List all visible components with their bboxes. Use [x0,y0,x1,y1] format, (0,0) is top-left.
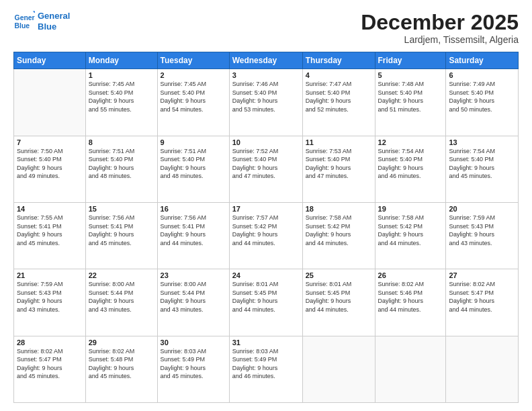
day-info: Sunrise: 7:50 AMSunset: 5:40 PMDaylight:… [17,147,83,181]
weekday-header: Thursday [302,52,375,69]
day-number: 1 [89,71,154,79]
day-number: 11 [306,138,372,146]
calendar-cell: 9Sunrise: 7:51 AMSunset: 5:40 PMDaylight… [157,136,229,202]
svg-text:General: General [15,14,35,21]
day-number: 2 [161,71,226,79]
weekday-header: Friday [375,52,446,69]
calendar-cell [302,336,375,402]
day-info: Sunrise: 7:58 AMSunset: 5:42 PMDaylight:… [306,214,372,247]
day-number: 29 [89,338,154,347]
day-info: Sunrise: 8:01 AMSunset: 5:45 PMDaylight:… [232,280,300,314]
day-info: Sunrise: 7:51 AMSunset: 5:40 PMDaylight:… [89,147,154,181]
calendar-cell: 18Sunrise: 7:58 AMSunset: 5:42 PMDayligh… [302,202,375,269]
day-number: 10 [232,138,300,146]
day-info: Sunrise: 7:49 AMSunset: 5:40 PMDaylight:… [449,80,515,113]
calendar-cell: 13Sunrise: 7:54 AMSunset: 5:40 PMDayligh… [446,136,519,202]
logo-line1: General [38,11,70,21]
day-number: 28 [17,338,83,347]
weekday-header: Tuesday [157,52,229,69]
week-row: 14Sunrise: 7:55 AMSunset: 5:41 PMDayligh… [14,202,519,269]
calendar-cell: 31Sunrise: 8:03 AMSunset: 5:49 PMDayligh… [229,336,302,402]
calendar-cell: 16Sunrise: 7:56 AMSunset: 5:41 PMDayligh… [157,202,229,269]
day-info: Sunrise: 8:02 AMSunset: 5:48 PMDaylight:… [89,347,154,381]
calendar-cell: 6Sunrise: 7:49 AMSunset: 5:40 PMDaylight… [446,69,519,136]
day-number: 24 [232,271,300,279]
day-info: Sunrise: 7:58 AMSunset: 5:42 PMDaylight:… [378,214,443,247]
calendar-cell: 23Sunrise: 8:00 AMSunset: 5:44 PMDayligh… [157,269,229,336]
calendar: SundayMondayTuesdayWednesdayThursdayFrid… [13,52,519,403]
day-info: Sunrise: 8:02 AMSunset: 5:47 PMDaylight:… [17,347,83,381]
calendar-cell: 17Sunrise: 7:57 AMSunset: 5:42 PMDayligh… [229,202,302,269]
day-number: 23 [161,271,226,279]
day-info: Sunrise: 8:03 AMSunset: 5:49 PMDaylight:… [161,347,226,381]
day-number: 25 [306,271,372,279]
day-info: Sunrise: 7:51 AMSunset: 5:40 PMDaylight:… [161,147,226,181]
calendar-cell: 7Sunrise: 7:50 AMSunset: 5:40 PMDaylight… [14,136,86,202]
day-info: Sunrise: 8:02 AMSunset: 5:47 PMDaylight:… [449,280,515,314]
page: General Blue General Blue December 2025 … [0,0,532,411]
calendar-cell: 28Sunrise: 8:02 AMSunset: 5:47 PMDayligh… [14,336,86,402]
title-block: December 2025 Lardjem, Tissemsilt, Alger… [361,11,519,45]
logo-icon: General Blue [13,11,35,32]
calendar-cell: 14Sunrise: 7:55 AMSunset: 5:41 PMDayligh… [14,202,86,269]
day-number: 20 [449,205,515,213]
day-info: Sunrise: 7:46 AMSunset: 5:40 PMDaylight:… [232,80,300,113]
day-info: Sunrise: 7:57 AMSunset: 5:42 PMDaylight:… [232,214,300,247]
day-info: Sunrise: 7:52 AMSunset: 5:40 PMDaylight:… [232,147,300,181]
calendar-cell: 30Sunrise: 8:03 AMSunset: 5:49 PMDayligh… [157,336,229,402]
day-info: Sunrise: 7:59 AMSunset: 5:43 PMDaylight:… [449,214,515,247]
calendar-cell: 24Sunrise: 8:01 AMSunset: 5:45 PMDayligh… [229,269,302,336]
day-number: 19 [378,205,443,213]
calendar-cell: 29Sunrise: 8:02 AMSunset: 5:48 PMDayligh… [85,336,157,402]
day-info: Sunrise: 7:47 AMSunset: 5:40 PMDaylight:… [306,80,372,113]
day-info: Sunrise: 7:54 AMSunset: 5:40 PMDaylight:… [378,147,443,181]
day-info: Sunrise: 7:45 AMSunset: 5:40 PMDaylight:… [161,80,226,113]
svg-text:Blue: Blue [15,22,30,30]
day-number: 12 [378,138,443,146]
calendar-cell: 27Sunrise: 8:02 AMSunset: 5:47 PMDayligh… [446,269,519,336]
day-number: 7 [17,138,83,146]
calendar-cell: 2Sunrise: 7:45 AMSunset: 5:40 PMDaylight… [157,69,229,136]
logo-line2: Blue [38,21,70,32]
day-info: Sunrise: 7:56 AMSunset: 5:41 PMDaylight:… [161,214,226,247]
day-number: 18 [306,205,372,213]
svg-marker-2 [33,11,35,13]
calendar-cell: 25Sunrise: 8:01 AMSunset: 5:45 PMDayligh… [302,269,375,336]
day-info: Sunrise: 8:00 AMSunset: 5:44 PMDaylight:… [161,280,226,314]
day-number: 22 [89,271,154,279]
logo: General Blue General Blue [13,11,70,32]
day-info: Sunrise: 8:01 AMSunset: 5:45 PMDaylight:… [306,280,372,314]
calendar-cell: 5Sunrise: 7:48 AMSunset: 5:40 PMDaylight… [375,69,446,136]
weekday-header: Saturday [446,52,519,69]
day-number: 9 [161,138,226,146]
day-number: 8 [89,138,154,146]
calendar-cell: 22Sunrise: 8:00 AMSunset: 5:44 PMDayligh… [85,269,157,336]
calendar-cell: 4Sunrise: 7:47 AMSunset: 5:40 PMDaylight… [302,69,375,136]
day-number: 5 [378,71,443,79]
day-info: Sunrise: 8:03 AMSunset: 5:49 PMDaylight:… [232,347,300,381]
calendar-cell: 11Sunrise: 7:53 AMSunset: 5:40 PMDayligh… [302,136,375,202]
day-number: 30 [161,338,226,347]
main-title: December 2025 [361,11,519,34]
calendar-header-row: SundayMondayTuesdayWednesdayThursdayFrid… [14,52,519,69]
header: General Blue General Blue December 2025 … [13,11,519,45]
day-number: 15 [89,205,154,213]
day-number: 31 [232,338,300,347]
calendar-cell [14,69,86,136]
calendar-cell: 3Sunrise: 7:46 AMSunset: 5:40 PMDaylight… [229,69,302,136]
day-info: Sunrise: 8:00 AMSunset: 5:44 PMDaylight:… [89,280,154,314]
day-info: Sunrise: 7:45 AMSunset: 5:40 PMDaylight:… [89,80,154,113]
calendar-cell: 21Sunrise: 7:59 AMSunset: 5:43 PMDayligh… [14,269,86,336]
day-info: Sunrise: 7:56 AMSunset: 5:41 PMDaylight:… [89,214,154,247]
calendar-cell: 26Sunrise: 8:02 AMSunset: 5:46 PMDayligh… [375,269,446,336]
calendar-cell: 20Sunrise: 7:59 AMSunset: 5:43 PMDayligh… [446,202,519,269]
day-info: Sunrise: 7:53 AMSunset: 5:40 PMDaylight:… [306,147,372,181]
day-number: 27 [449,271,515,279]
week-row: 28Sunrise: 8:02 AMSunset: 5:47 PMDayligh… [14,336,519,402]
calendar-cell: 15Sunrise: 7:56 AMSunset: 5:41 PMDayligh… [85,202,157,269]
weekday-header: Wednesday [229,52,302,69]
day-number: 16 [161,205,226,213]
day-number: 4 [306,71,372,79]
calendar-cell [375,336,446,402]
day-info: Sunrise: 7:55 AMSunset: 5:41 PMDaylight:… [17,214,83,247]
